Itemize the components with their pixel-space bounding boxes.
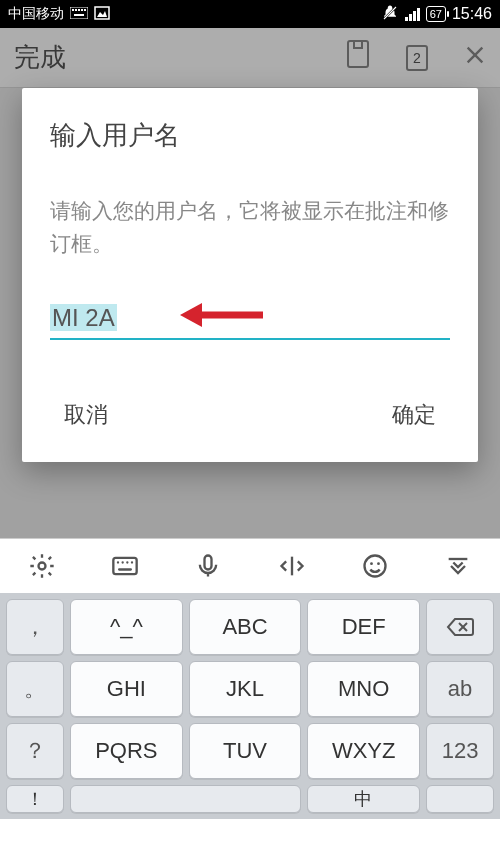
- carrier-label: 中国移动: [8, 5, 64, 23]
- ime-indicator-icon: [70, 6, 88, 22]
- svg-rect-1: [72, 9, 74, 11]
- svg-marker-8: [97, 11, 107, 17]
- key-wxyz[interactable]: WXYZ: [307, 723, 420, 779]
- key-abc[interactable]: ABC: [189, 599, 302, 655]
- svg-rect-6: [74, 14, 84, 16]
- key-exclaim[interactable]: ！: [6, 785, 64, 813]
- key-tuv[interactable]: TUV: [189, 723, 302, 779]
- soft-keyboard: ， ^_^ ABC DEF 。 GHI JKL MNO ab ？ PQRS TU…: [0, 538, 500, 850]
- clock: 15:46: [452, 5, 492, 23]
- battery-indicator: 67: [426, 6, 446, 22]
- android-status-bar: 中国移动 67 15:46: [0, 0, 500, 28]
- key-123[interactable]: 123: [426, 723, 494, 779]
- signal-icon: [405, 7, 420, 21]
- svg-point-26: [364, 556, 385, 577]
- key-mode-ab[interactable]: ab: [426, 661, 494, 717]
- cancel-button[interactable]: 取消: [58, 392, 114, 438]
- svg-point-28: [377, 562, 380, 565]
- emoji-icon[interactable]: [348, 552, 402, 580]
- key-comma[interactable]: ，: [6, 599, 64, 655]
- key-space-left[interactable]: [70, 785, 301, 813]
- key-ghi[interactable]: GHI: [70, 661, 183, 717]
- svg-point-17: [38, 563, 45, 570]
- svg-rect-4: [81, 9, 83, 11]
- mute-icon: [381, 4, 399, 25]
- key-jkl[interactable]: JKL: [189, 661, 302, 717]
- svg-rect-5: [84, 9, 86, 11]
- cursor-mode-icon[interactable]: [265, 552, 319, 580]
- settings-icon[interactable]: [15, 552, 69, 580]
- key-period[interactable]: 。: [6, 661, 64, 717]
- svg-rect-24: [205, 556, 212, 570]
- screenshot-icon: [94, 6, 110, 23]
- svg-point-27: [370, 562, 373, 565]
- key-enter[interactable]: [426, 785, 494, 813]
- dialog-description: 请输入您的用户名，它将被显示在批注和修订框。: [50, 195, 450, 260]
- key-question[interactable]: ？: [6, 723, 64, 779]
- key-pqrs[interactable]: PQRS: [70, 723, 183, 779]
- voice-input-icon[interactable]: [181, 552, 235, 580]
- svg-rect-0: [70, 7, 88, 19]
- key-lang-zh[interactable]: 中: [307, 785, 420, 813]
- key-backspace[interactable]: [426, 599, 494, 655]
- key-mno[interactable]: MNO: [307, 661, 420, 717]
- svg-rect-2: [75, 9, 77, 11]
- keyboard-switch-icon[interactable]: [98, 552, 152, 580]
- username-input[interactable]: MI 2A: [50, 300, 450, 340]
- svg-rect-18: [113, 558, 136, 574]
- svg-rect-3: [78, 9, 80, 11]
- svg-rect-7: [95, 7, 109, 19]
- input-selected-text: MI 2A: [50, 304, 117, 331]
- dialog-title: 输入用户名: [50, 118, 450, 153]
- key-def[interactable]: DEF: [307, 599, 420, 655]
- keyboard-toolbar: [0, 539, 500, 593]
- username-dialog: 输入用户名 请输入您的用户名，它将被显示在批注和修订框。 MI 2A 取消 确定: [22, 88, 478, 462]
- confirm-button[interactable]: 确定: [386, 392, 442, 438]
- key-emoticon[interactable]: ^_^: [70, 599, 183, 655]
- collapse-keyboard-icon[interactable]: [431, 552, 485, 580]
- backspace-icon: [446, 617, 474, 637]
